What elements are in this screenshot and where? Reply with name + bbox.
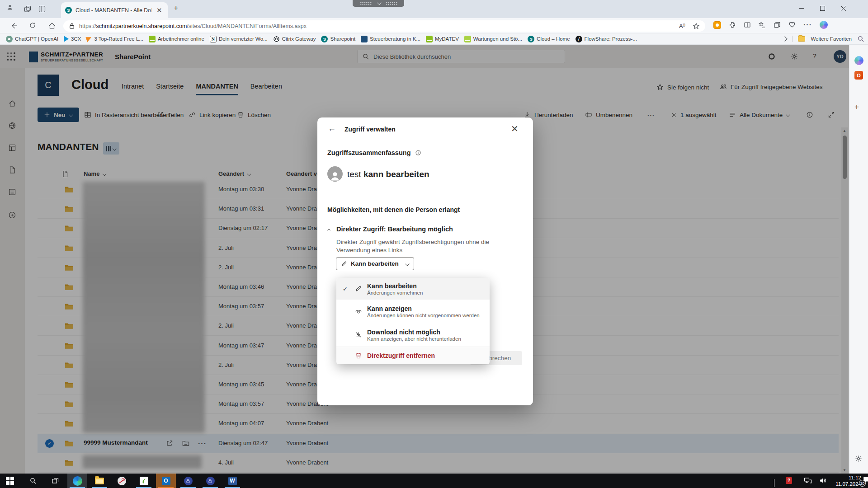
bookmark-item[interactable]: Wartungen und Stö... [462, 35, 524, 43]
taskbar-search-icon[interactable] [23, 474, 43, 488]
more-favorites-label[interactable]: Weitere Favoriten [811, 36, 852, 42]
info-icon[interactable] [415, 150, 421, 156]
menu-item-title: Kann anzeigen [367, 305, 480, 312]
menu-item-title: Download nicht möglich [367, 328, 461, 336]
pencil-icon [341, 261, 347, 267]
browser-essentials-icon[interactable] [788, 21, 796, 28]
browser-tab[interactable]: S Cloud - MANDANTEN - Alle Dokumente ✕ [61, 2, 168, 18]
orange-extension-icon[interactable] [713, 21, 721, 29]
cx-favicon [64, 36, 69, 42]
taskbar-start-icon[interactable] [0, 474, 20, 488]
bookmarks-overflow-icon[interactable] [783, 36, 788, 41]
back-icon[interactable] [10, 22, 18, 30]
bookmark-item[interactable]: Citrix Gateway [271, 35, 318, 43]
favorite-star-icon[interactable] [693, 23, 700, 30]
window-minimize-button[interactable] [791, 0, 812, 16]
bookmark-item[interactable]: Steuerberatung in K... [359, 35, 423, 43]
back-icon[interactable]: ← [328, 124, 336, 133]
favorites-bar-icon[interactable] [759, 21, 766, 28]
settings-more-icon[interactable]: ··· [803, 21, 812, 29]
tab-actions-icon[interactable] [38, 5, 46, 13]
bookmark-item[interactable]: /FlowShare: Prozess-... [573, 35, 639, 43]
datev2-favicon [464, 36, 471, 42]
notifications-icon[interactable]: 20 [863, 476, 868, 483]
taskbar-edge-icon[interactable] [67, 474, 87, 488]
chevron-down-icon [377, 0, 381, 5]
check-icon: ✓ [343, 286, 348, 292]
network-icon[interactable] [804, 477, 812, 484]
person-permission: kann bearbeiten [363, 169, 429, 179]
collapse-icon[interactable] [326, 227, 331, 232]
refresh-icon[interactable] [29, 22, 36, 29]
taskbar-task-view-icon[interactable] [45, 474, 65, 488]
clock[interactable]: 11:1211.07.2024 [833, 474, 861, 487]
speaker-icon[interactable] [819, 477, 827, 484]
menu-item[interactable]: Kann anzeigenÄnderungen können nicht vor… [336, 300, 490, 323]
bookmark-label: Sharepoint [330, 36, 355, 42]
search-icon[interactable] [857, 35, 864, 42]
drag-dots-icon [360, 1, 372, 5]
sidebar-settings-gear-icon[interactable] [854, 455, 863, 463]
datev-favicon [149, 36, 156, 42]
menu-item-title: Kann bearbeiten [367, 282, 423, 290]
extension-icon[interactable] [729, 21, 736, 28]
collections-icon[interactable] [774, 21, 781, 28]
workspaces-icon[interactable] [24, 5, 32, 13]
taskbar-outlook-icon[interactable]: O [156, 474, 176, 488]
person-avatar [327, 166, 343, 182]
permission-dropdown-button[interactable]: Kann bearbeiten [336, 257, 414, 270]
copilot-icon[interactable] [854, 56, 863, 65]
tray-chevron-icon[interactable] [774, 479, 774, 487]
taskbar-snipping-tool-icon[interactable] [112, 474, 132, 488]
m365-icon[interactable]: O [854, 71, 863, 80]
address-bar[interactable]: https://schmitzpartnerkoeln.sharepoint.c… [63, 20, 705, 32]
menu-item[interactable]: Download nicht möglichKann anzeigen, abe… [336, 323, 490, 347]
url-text: https://schmitzpartnerkoeln.sharepoint.c… [79, 23, 307, 29]
taskbar-word-icon[interactable]: W [222, 474, 242, 488]
taskbar-keepass-icon[interactable] [178, 474, 198, 488]
bookmark-item[interactable]: 3CX [61, 35, 83, 42]
bookmark-item[interactable]: 3 Top-Rated Free L... [84, 36, 145, 42]
menu-item[interactable]: ✓Kann bearbeitenÄnderungen vornehmen [336, 278, 490, 300]
flowshare-favicon: / [576, 36, 582, 42]
notification-badge: 20 [859, 480, 866, 487]
window-close-button[interactable] [833, 0, 854, 16]
new-tab-button[interactable]: + [174, 4, 179, 13]
screen-recorder-widget[interactable] [353, 0, 404, 7]
menu-item-subtitle: Änderungen können nicht vorgenommen werd… [367, 313, 480, 318]
menu-item-subtitle: Kann anzeigen, aber nicht herunterladen [367, 336, 461, 342]
tab-close-icon[interactable]: ✕ [155, 6, 164, 14]
close-icon[interactable]: ✕ [511, 123, 519, 134]
sharepoint-favicon: S [65, 7, 72, 14]
home-icon[interactable] [48, 22, 56, 30]
edge-sidebar: O + [849, 45, 868, 474]
bookmark-item[interactable]: NDein vernetzter Wo... [208, 35, 270, 43]
taskbar-green-app-icon[interactable] [134, 474, 154, 488]
browser-tab-strip: S Cloud - MANDANTEN - Alle Dokumente ✕ + [0, 0, 868, 18]
bookmark-item[interactable]: SSharepoint [319, 35, 358, 43]
copilot-icon[interactable] [820, 21, 828, 29]
bookmark-item[interactable]: ChatGPT | OpenAI [4, 35, 61, 43]
tray-app-icon[interactable]: ? [786, 477, 792, 484]
menu-item-remove-access[interactable]: Direktzugriff entfernen [336, 347, 490, 364]
bookmark-label: Dein vernetzter Wo... [219, 36, 268, 42]
bookmark-item[interactable]: Arbeitnehmer online [146, 35, 207, 43]
sharepoint-favicon: S [528, 36, 534, 42]
window-maximize-button[interactable] [812, 0, 833, 16]
taskbar-explorer-icon[interactable] [90, 474, 109, 488]
read-aloud-icon[interactable]: A)) [679, 23, 685, 29]
split-screen-icon[interactable] [744, 21, 751, 28]
taskbar-keepass-icon[interactable] [200, 474, 220, 488]
sharepoint-favicon: S [321, 36, 328, 42]
chevron-down-icon [405, 262, 410, 266]
eye-icon [355, 308, 362, 315]
navy-favicon [361, 36, 368, 42]
citrix-favicon [273, 36, 280, 42]
add-sidebar-item-icon[interactable]: + [854, 103, 859, 112]
bookmark-item[interactable]: SCloud – Home [525, 35, 572, 43]
section-heading: Möglichkeiten, mit denen die Person erla… [327, 206, 460, 213]
direct-access-description: Verwendung eines Links [336, 247, 402, 253]
divider [792, 36, 793, 42]
bookmark-item[interactable]: MyDATEV [424, 35, 461, 43]
browser-profile-icon[interactable] [6, 4, 17, 14]
